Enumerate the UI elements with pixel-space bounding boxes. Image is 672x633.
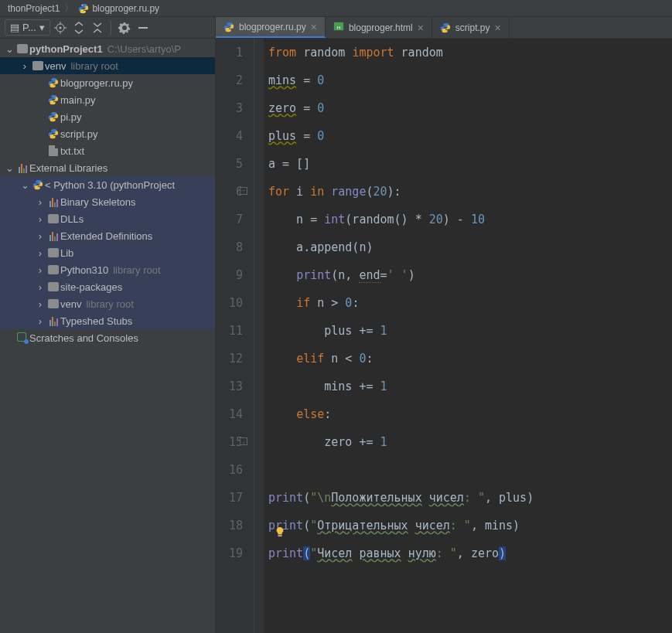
code-line[interactable]: zero = 0 bbox=[268, 94, 672, 122]
line-number[interactable]: 8 bbox=[216, 233, 243, 261]
line-number[interactable]: 1 bbox=[216, 39, 243, 66]
line-number[interactable]: 15⌟ bbox=[216, 428, 243, 456]
project-view-label: P... bbox=[22, 22, 36, 33]
tree-file[interactable]: › main.py bbox=[0, 91, 215, 108]
tree-file[interactable]: › blogproger.ru.py bbox=[0, 74, 215, 91]
line-number[interactable]: 7 bbox=[216, 206, 243, 233]
line-number[interactable]: 10 bbox=[216, 289, 243, 317]
code-line[interactable]: if n > 0: bbox=[268, 289, 672, 317]
line-number[interactable]: 18 bbox=[216, 512, 243, 539]
fold-end-icon[interactable]: ⌟ bbox=[240, 437, 247, 445]
tree-project-root[interactable]: ⌄ pythonProject1 C:\Users\artyo\P bbox=[0, 40, 215, 57]
tree-lib-item[interactable]: › DLLs bbox=[0, 210, 215, 227]
chevron-right-icon[interactable]: › bbox=[34, 213, 46, 225]
code-line[interactable]: else: bbox=[268, 400, 672, 428]
line-number[interactable]: 14 bbox=[216, 400, 243, 428]
code-area[interactable]: from random import randommins = 0zero = … bbox=[264, 39, 672, 633]
breakpoint-margin[interactable] bbox=[254, 39, 264, 633]
tree-venv-folder[interactable]: › venv library root bbox=[0, 57, 215, 74]
tree-lib-item[interactable]: › venv library root bbox=[0, 295, 215, 312]
code-line[interactable]: a.append(n) bbox=[268, 233, 672, 261]
expand-all-icon[interactable] bbox=[70, 19, 87, 36]
tree-lib-item[interactable]: › Lib bbox=[0, 244, 215, 261]
svg-rect-11 bbox=[278, 535, 281, 536]
chevron-right-icon[interactable]: › bbox=[34, 196, 46, 208]
close-icon[interactable]: × bbox=[495, 22, 501, 33]
tree-lib-item[interactable]: › Binary Skeletons bbox=[0, 193, 215, 210]
code-line[interactable]: print("Отрицательных чисел: ", mins) bbox=[268, 512, 672, 539]
line-number[interactable]: 6− bbox=[216, 178, 243, 206]
hide-icon[interactable] bbox=[135, 19, 152, 36]
line-number[interactable]: 17 bbox=[216, 484, 243, 512]
code-line[interactable]: print("\nПоложительных чисел: ", plus) bbox=[268, 484, 672, 512]
tree-lib-item[interactable]: › Typeshed Stubs bbox=[0, 312, 215, 329]
chevron-right-icon[interactable]: › bbox=[34, 230, 46, 242]
line-number[interactable]: 4 bbox=[216, 122, 243, 150]
chevron-right-icon[interactable]: › bbox=[34, 247, 46, 259]
gear-icon[interactable] bbox=[116, 19, 133, 36]
line-number[interactable]: 2 bbox=[216, 66, 243, 94]
line-number[interactable]: 13 bbox=[216, 373, 243, 400]
line-number[interactable]: 16 bbox=[216, 456, 243, 484]
locate-icon[interactable] bbox=[52, 19, 69, 36]
tree-lib-item[interactable]: › site-packages bbox=[0, 278, 215, 295]
text-file-icon bbox=[46, 145, 60, 156]
line-number[interactable]: 5 bbox=[216, 150, 243, 178]
code-line[interactable]: print(n, end=' ') bbox=[268, 261, 672, 289]
code-line[interactable]: print("Чисел равных нулю: ", zero) bbox=[268, 539, 672, 567]
tree-python-env[interactable]: ⌄ < Python 3.10 (pythonProject bbox=[0, 176, 215, 193]
intention-bulb-icon[interactable] bbox=[275, 519, 285, 530]
project-tree[interactable]: ⌄ pythonProject1 C:\Users\artyo\P › venv… bbox=[0, 39, 215, 633]
line-number[interactable]: 11 bbox=[216, 317, 243, 345]
tree-scratches[interactable]: › Scratches and Consoles bbox=[0, 329, 215, 346]
tree-label: Typeshed Stubs bbox=[60, 315, 132, 327]
chevron-down-icon[interactable]: ⌄ bbox=[3, 43, 15, 55]
tree-label: venv bbox=[45, 60, 66, 72]
editor-tab[interactable]: H blogproger.html × bbox=[326, 17, 432, 38]
chevron-right-icon[interactable]: › bbox=[19, 60, 31, 72]
chevron-right-icon: 〉 bbox=[64, 2, 73, 15]
tree-lib-item[interactable]: › Extended Definitions bbox=[0, 227, 215, 244]
chevron-right-icon[interactable]: › bbox=[34, 264, 46, 276]
tree-file[interactable]: › pi.py bbox=[0, 108, 215, 125]
tree-file[interactable]: › script.py bbox=[0, 125, 215, 142]
code-line[interactable]: a = [] bbox=[268, 150, 672, 178]
chevron-right-icon[interactable]: › bbox=[34, 315, 46, 327]
collapse-all-icon[interactable] bbox=[89, 19, 106, 36]
chevron-right-icon[interactable]: › bbox=[34, 298, 46, 310]
code-line[interactable]: from random import random bbox=[268, 39, 672, 66]
breadcrumb-project[interactable]: thonProject1 bbox=[5, 3, 63, 14]
code-line[interactable]: mins = 0 bbox=[268, 66, 672, 94]
tree-file[interactable]: › txt.txt bbox=[0, 142, 215, 159]
code-line[interactable]: n = int(random() * 20) - 10 bbox=[268, 206, 672, 233]
tree-label: External Libraries bbox=[29, 162, 107, 174]
code-line[interactable]: plus += 1 bbox=[268, 317, 672, 345]
close-icon[interactable]: × bbox=[418, 22, 424, 33]
code-line[interactable]: zero += 1 bbox=[268, 428, 672, 456]
code-line[interactable]: elif n < 0: bbox=[268, 345, 672, 373]
code-line[interactable]: for i in range(20): bbox=[268, 178, 672, 206]
chevron-down-icon[interactable]: ⌄ bbox=[19, 179, 31, 191]
line-number[interactable]: 19 bbox=[216, 539, 243, 567]
line-number[interactable]: 3 bbox=[216, 94, 243, 122]
tree-label: blogproger.ru.py bbox=[60, 77, 133, 89]
chevron-down-icon[interactable]: ⌄ bbox=[3, 162, 15, 174]
close-icon[interactable]: × bbox=[311, 22, 317, 32]
python-file-icon bbox=[46, 111, 60, 122]
project-view-selector[interactable]: ▤ P... ▾ bbox=[5, 19, 50, 36]
breadcrumb-file[interactable]: blogproger.ru.py bbox=[75, 3, 162, 14]
scratches-icon bbox=[15, 332, 29, 343]
code-editor[interactable]: 123456−789101112131415⌟16171819 from ran… bbox=[216, 39, 672, 633]
line-number[interactable]: 9 bbox=[216, 261, 243, 289]
chevron-right-icon[interactable]: › bbox=[34, 281, 46, 293]
code-line[interactable]: plus = 0 bbox=[268, 122, 672, 150]
editor-tab[interactable]: script.py × bbox=[432, 17, 510, 38]
fold-start-icon[interactable]: − bbox=[240, 187, 247, 195]
tree-external-libraries[interactable]: ⌄ External Libraries bbox=[0, 159, 215, 176]
tree-lib-item[interactable]: › Python310 library root bbox=[0, 261, 215, 278]
code-line[interactable]: mins += 1 bbox=[268, 373, 672, 400]
line-number[interactable]: 12 bbox=[216, 345, 243, 373]
editor-gutter[interactable]: 123456−789101112131415⌟16171819 bbox=[216, 39, 254, 633]
editor-tab[interactable]: blogproger.ru.py × bbox=[216, 17, 326, 38]
code-line[interactable] bbox=[268, 456, 672, 484]
